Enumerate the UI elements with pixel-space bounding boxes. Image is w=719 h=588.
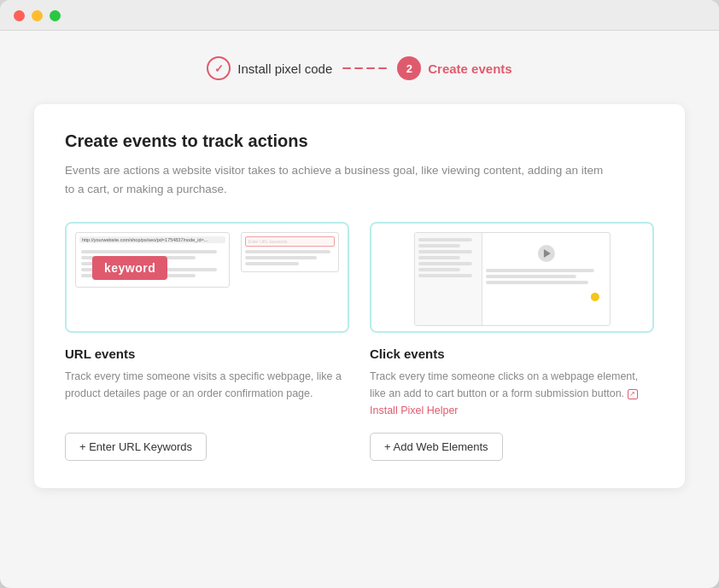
url-events-description: Track every time someone visits a specif… <box>65 368 349 419</box>
maximize-dot[interactable] <box>50 10 61 21</box>
step-1: ✓ Install pixel code <box>207 56 332 80</box>
enter-url-keywords-button[interactable]: + Enter URL Keywords <box>65 433 207 461</box>
install-pixel-helper-link[interactable]: Install Pixel Helper <box>370 405 459 416</box>
click-events-option: Click events Track every time someone cl… <box>370 222 654 461</box>
url-events-option: http://yourwebsite.com/shop/ps/seo/pd=17… <box>65 222 349 461</box>
click-events-description: Track every time someone clicks on a web… <box>370 368 654 419</box>
step1-circle: ✓ <box>207 56 231 80</box>
click-content-lines <box>486 269 605 284</box>
title-bar <box>0 0 719 31</box>
click-preview-content <box>371 224 652 331</box>
events-grid: http://yourwebsite.com/shop/ps/seo/pd=17… <box>65 222 654 461</box>
url-events-preview: http://yourwebsite.com/shop/ps/seo/pd=17… <box>65 222 349 333</box>
click-left-panel <box>414 233 482 325</box>
url-line-1 <box>81 250 217 253</box>
step2-label: Create events <box>428 61 511 76</box>
step2-circle: 2 <box>397 56 421 80</box>
play-button-icon <box>537 245 554 262</box>
url-address-bar: http://yourwebsite.com/shop/ps/seo/pd=17… <box>79 236 225 243</box>
external-link-icon <box>628 389 638 399</box>
url-preview-content: http://yourwebsite.com/shop/ps/seo/pd=17… <box>67 224 348 331</box>
click-nav-lines <box>418 238 478 277</box>
url-events-title: URL events <box>65 346 349 361</box>
card-title: Create events to track actions <box>65 131 654 151</box>
window-body: ✓ Install pixel code 2 Create events Cre… <box>0 31 719 588</box>
stepper: ✓ Install pixel code 2 Create events <box>207 56 511 80</box>
card-description: Events are actions a website visitor tak… <box>65 161 611 198</box>
click-right-panel <box>482 233 609 325</box>
keyword-badge: keyword <box>92 256 167 280</box>
click-events-preview <box>370 222 654 333</box>
step1-label: Install pixel code <box>237 61 332 76</box>
click-preview-inner <box>413 232 610 326</box>
close-dot[interactable] <box>14 10 25 21</box>
app-window: ✓ Install pixel code 2 Create events Cre… <box>0 0 719 588</box>
step-divider <box>342 67 387 69</box>
main-card: Create events to track actions Events ar… <box>34 104 685 488</box>
minimize-dot[interactable] <box>32 10 43 21</box>
add-web-elements-button[interactable]: + Add Web Elements <box>370 433 503 461</box>
step-2: 2 Create events <box>397 56 511 80</box>
url-address-text: http://yourwebsite.com/shop/ps/seo/pd=17… <box>82 237 208 242</box>
click-events-title: Click events <box>370 346 654 361</box>
url-right-panel: Enter URL keywords <box>241 232 339 272</box>
url-right-input-mock: Enter URL keywords <box>245 236 335 247</box>
url-right-lines <box>245 250 335 265</box>
